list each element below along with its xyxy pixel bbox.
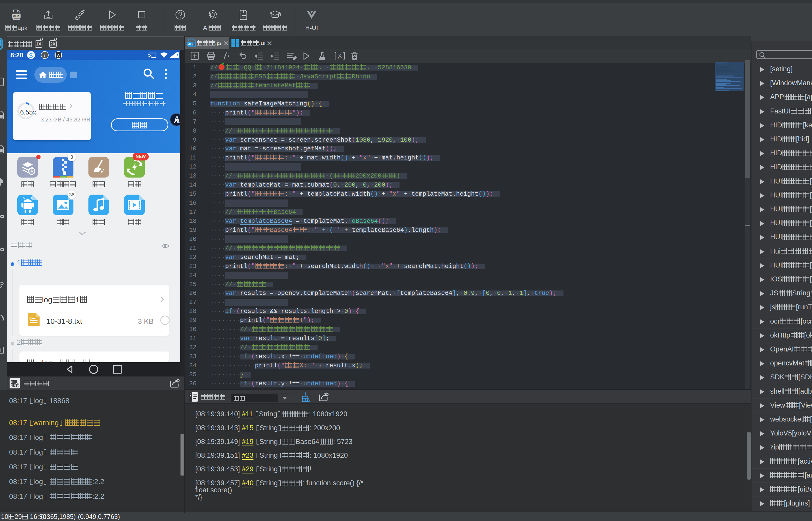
svg-text:X: X (338, 52, 342, 59)
svg-text:*: * (227, 55, 230, 60)
svg-text:i: i (44, 53, 45, 58)
svg-text:A: A (57, 53, 60, 58)
svg-text:APK: APK (13, 14, 20, 18)
svg-text:JS: JS (188, 42, 192, 46)
